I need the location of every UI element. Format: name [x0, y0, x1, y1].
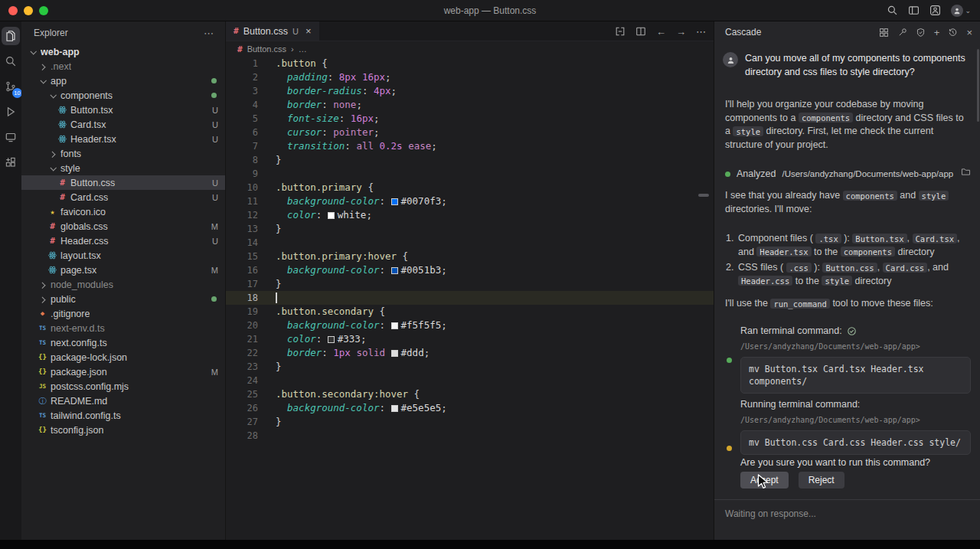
- activity-run-debug-button[interactable]: [2, 103, 20, 121]
- activity-source-control-button[interactable]: 10: [2, 77, 20, 96]
- search-icon[interactable]: [887, 5, 898, 16]
- code-line-20[interactable]: 20 background-color: #f5f5f5;: [226, 319, 714, 332]
- explorer-item-Card.tsx[interactable]: Card.tsxU: [21, 117, 225, 132]
- breadcrumb-file[interactable]: Button.css: [247, 44, 286, 54]
- chevron-down-icon[interactable]: [50, 165, 56, 171]
- shield-check-icon[interactable]: [916, 28, 926, 38]
- code-line-23[interactable]: 23}: [226, 360, 714, 374]
- code-line-9[interactable]: 9: [226, 167, 714, 181]
- explorer-item-.next[interactable]: .next: [21, 59, 225, 74]
- explorer-item-.gitignore[interactable]: ◆.gitignore: [21, 306, 225, 321]
- code-line-7[interactable]: 7 transition: all 0.2s ease;: [226, 139, 714, 153]
- explorer-item-tsconfig.json[interactable]: {}tsconfig.json: [21, 423, 225, 437]
- chevron-down-icon[interactable]: [40, 77, 46, 83]
- explorer-item-Button.tsx[interactable]: Button.tsxU: [21, 103, 225, 117]
- explorer-item-web-app[interactable]: web-app: [21, 44, 225, 59]
- history-icon[interactable]: [948, 28, 958, 38]
- code-line-17[interactable]: 17}: [226, 277, 714, 291]
- more-actions-icon[interactable]: ⋯: [204, 28, 214, 39]
- code-line-8[interactable]: 8}: [226, 153, 714, 167]
- new-conversation-icon[interactable]: +: [934, 27, 940, 38]
- open-changes-icon[interactable]: [615, 26, 626, 37]
- explorer-item-globals.css[interactable]: #globals.cssM: [21, 219, 225, 234]
- more-actions-icon[interactable]: ⋯: [696, 26, 706, 38]
- explorer-item-favicon.ico[interactable]: ★favicon.ico: [21, 204, 225, 219]
- zoom-window-button[interactable]: [39, 6, 48, 15]
- code-line-11[interactable]: 11 background-color: #0070f3;: [226, 194, 714, 208]
- split-editor-icon[interactable]: [635, 26, 646, 37]
- activity-explorer-button[interactable]: [2, 27, 20, 45]
- activity-extensions-button[interactable]: [2, 153, 20, 172]
- explorer-item-postcss.config.mjs[interactable]: JSpostcss.config.mjs: [21, 379, 225, 394]
- code-line-12[interactable]: 12 color: white;: [226, 208, 714, 222]
- code-line-6[interactable]: 6 cursor: pointer;: [226, 126, 714, 139]
- chevron-down-icon[interactable]: [50, 92, 56, 98]
- code-line-21[interactable]: 21 color: #333;: [226, 332, 714, 346]
- analyzed-status-row[interactable]: Analyzed /Users/andyzhang/Documents/web-…: [725, 167, 971, 181]
- explorer-item-next-env.d.ts[interactable]: TSnext-env.d.ts: [21, 321, 225, 335]
- close-panel-icon[interactable]: ×: [966, 27, 972, 38]
- accept-button[interactable]: Accept: [740, 472, 789, 489]
- minimize-window-button[interactable]: [24, 6, 33, 15]
- close-tab-icon[interactable]: ×: [305, 25, 312, 37]
- code-area[interactable]: 1.button {2 padding: 8px 16px;3 border-r…: [226, 57, 714, 549]
- explorer-item-Header.css[interactable]: #Header.cssU: [21, 234, 225, 248]
- code-line-1[interactable]: 1.button {: [226, 57, 714, 70]
- code-line-5[interactable]: 5 font-size: 16px;: [226, 112, 714, 126]
- layout-toggle-icon[interactable]: [908, 5, 920, 16]
- code-line-24[interactable]: 24: [226, 374, 714, 387]
- breadcrumb-more[interactable]: …: [299, 44, 307, 54]
- chevron-right-icon[interactable]: [39, 64, 45, 70]
- explorer-item-fonts[interactable]: fonts: [21, 146, 225, 161]
- code-line-10[interactable]: 10.button.primary {: [226, 181, 714, 194]
- explorer-item-style[interactable]: style: [21, 161, 225, 175]
- explorer-item-node_modules[interactable]: node_modules: [21, 277, 225, 292]
- activity-remote-button[interactable]: [2, 128, 20, 146]
- code-line-27[interactable]: 27}: [226, 415, 714, 429]
- code-line-2[interactable]: 2 padding: 8px 16px;: [226, 70, 714, 84]
- tab-button-css[interactable]: # Button.css U ×: [226, 21, 320, 41]
- chevron-down-icon[interactable]: [30, 48, 36, 54]
- blocks-icon[interactable]: [879, 28, 889, 38]
- account-icon[interactable]: [929, 5, 941, 16]
- activity-search-button[interactable]: [2, 52, 20, 70]
- code-line-14[interactable]: 14: [226, 236, 714, 250]
- explorer-item-app[interactable]: app: [21, 74, 225, 88]
- explorer-item-tailwind.config.ts[interactable]: TStailwind.config.ts: [21, 408, 225, 423]
- code-line-18[interactable]: 18: [226, 291, 714, 305]
- chevron-right-icon[interactable]: [49, 151, 55, 157]
- explorer-item-public[interactable]: public: [21, 292, 225, 306]
- code-line-26[interactable]: 26 background-color: #e5e5e5;: [226, 401, 714, 415]
- explorer-item-README.md[interactable]: ⓘREADME.md: [21, 394, 225, 408]
- explorer-item-package-lock.json[interactable]: {}package-lock.json: [21, 350, 225, 364]
- code-line-25[interactable]: 25.button.secondary:hover {: [226, 387, 714, 401]
- explorer-item-layout.tsx[interactable]: layout.tsx: [21, 248, 225, 263]
- chevron-right-icon[interactable]: [39, 282, 45, 288]
- code-line-13[interactable]: 13}: [226, 222, 714, 236]
- explorer-item-Button.css[interactable]: #Button.cssU: [21, 175, 225, 190]
- file-label: node_modules: [51, 279, 113, 290]
- navigate-back-icon[interactable]: ←: [656, 26, 666, 38]
- profile-avatar[interactable]: ⌄: [951, 5, 971, 17]
- code-line-22[interactable]: 22 border: 1px solid #ddd;: [226, 346, 714, 360]
- code-line-16[interactable]: 16 background-color: #0051b3;: [226, 263, 714, 277]
- explorer-item-components[interactable]: components: [21, 88, 225, 103]
- code-line-19[interactable]: 19.button.secondary {: [226, 305, 714, 319]
- cascade-scrollbar[interactable]: [977, 49, 979, 122]
- chevron-right-icon[interactable]: [39, 296, 45, 302]
- navigate-forward-icon[interactable]: →: [676, 26, 686, 38]
- explorer-item-Card.css[interactable]: #Card.cssU: [21, 190, 225, 204]
- explorer-item-page.tsx[interactable]: page.tsxM: [21, 263, 225, 277]
- tools-icon[interactable]: [897, 28, 907, 38]
- code-line-4[interactable]: 4 border: none;: [226, 98, 714, 112]
- reject-button[interactable]: Reject: [799, 472, 844, 489]
- breadcrumb[interactable]: # Button.css › …: [226, 41, 714, 57]
- code-line-28[interactable]: 28: [226, 429, 714, 443]
- code-line-15[interactable]: 15.button.primary:hover {: [226, 250, 714, 263]
- explorer-item-Header.tsx[interactable]: Header.tsxU: [21, 132, 225, 146]
- code-line-3[interactable]: 3 border-radius: 4px;: [226, 84, 714, 98]
- explorer-item-package.json[interactable]: {}package.jsonM: [21, 364, 225, 379]
- explorer-item-next.config.ts[interactable]: TSnext.config.ts: [21, 335, 225, 350]
- close-window-button[interactable]: [8, 6, 18, 15]
- scrollbar-marker[interactable]: [698, 194, 709, 197]
